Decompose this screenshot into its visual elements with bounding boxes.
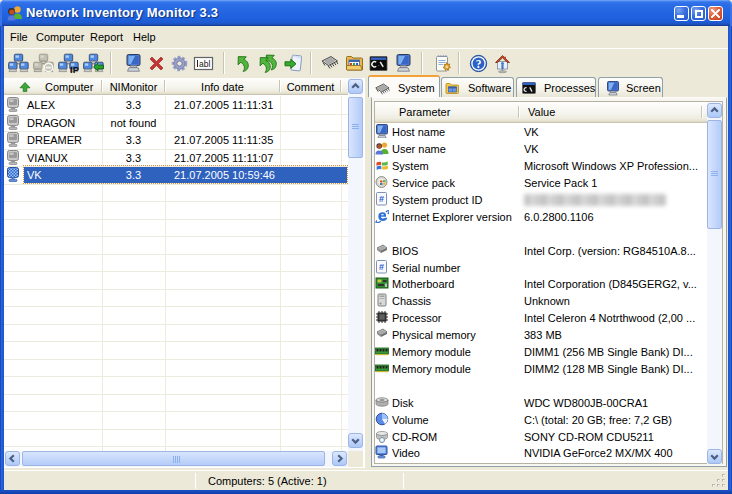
svg-text:?: ? [476, 58, 482, 70]
svg-text:abl: abl [199, 59, 210, 69]
svg-text:IP: IP [70, 64, 79, 74]
svg-text:#: # [379, 262, 384, 272]
svg-text:#: # [379, 194, 384, 204]
